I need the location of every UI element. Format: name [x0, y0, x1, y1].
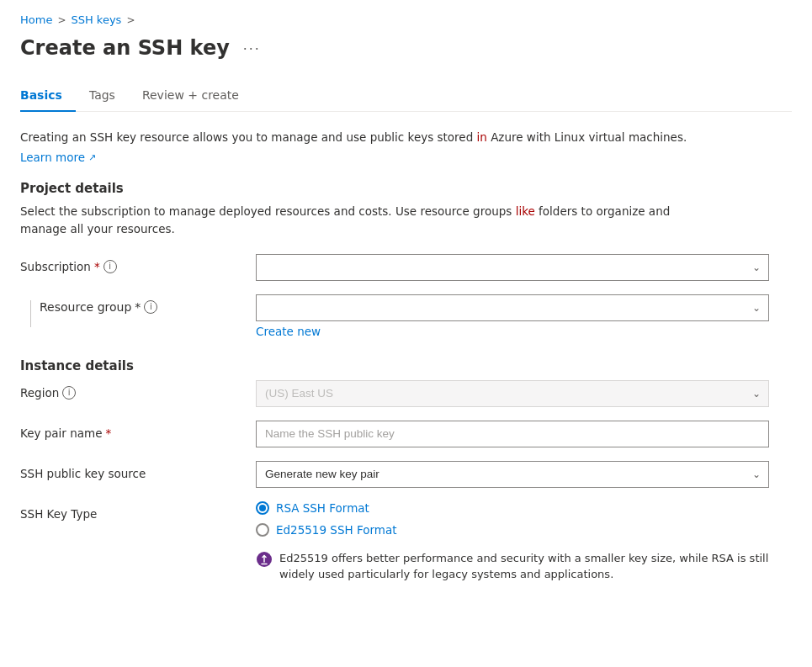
- key-pair-name-control: [256, 421, 769, 447]
- ssh-public-key-source-label: SSH public key source: [20, 461, 256, 480]
- tab-bar: Basics Tags Review + create: [20, 80, 792, 112]
- tab-tags[interactable]: Tags: [76, 80, 129, 112]
- radio-rsa-label: RSA SSH Format: [276, 501, 369, 515]
- key-pair-name-group: Key pair name *: [20, 421, 792, 447]
- key-pair-name-required: *: [106, 426, 112, 440]
- ssh-source-select-wrapper: Generate new key pairUse existing key st…: [256, 461, 769, 488]
- breadcrumb-ssh-keys[interactable]: SSH keys: [71, 13, 121, 26]
- ssh-public-key-source-control: Generate new key pairUse existing key st…: [256, 461, 769, 488]
- resource-group-label-text: Resource group: [40, 300, 131, 314]
- page-title: Create an SSH key: [20, 36, 230, 60]
- ssh-key-type-note: Ed25519 offers better performance and se…: [256, 550, 769, 583]
- radio-ed25519-label: Ed25519 SSH Format: [276, 523, 397, 537]
- radio-rsa-circle: [256, 501, 269, 515]
- resource-group-select-wrapper: ⌄: [256, 294, 769, 321]
- resource-group-label: Resource group * i: [40, 300, 157, 314]
- subscription-select-wrapper: ⌄: [256, 254, 769, 281]
- region-info-icon[interactable]: i: [62, 386, 76, 400]
- key-pair-name-input[interactable]: [256, 421, 769, 447]
- region-label-text: Region: [20, 386, 59, 400]
- ssh-key-type-radio-group: RSA SSH Format Ed25519 SSH Format: [256, 501, 769, 583]
- region-label: Region i: [20, 380, 256, 400]
- ssh-public-key-source-label-text: SSH public key source: [20, 467, 146, 480]
- learn-more-label: Learn more: [20, 151, 85, 164]
- resource-group-group: Resource group * i ⌄ Create new: [20, 294, 792, 338]
- radio-rsa[interactable]: RSA SSH Format: [256, 501, 769, 515]
- breadcrumb: Home > SSH keys >: [20, 13, 792, 26]
- project-details-title: Project details: [20, 181, 792, 196]
- key-pair-name-label-text: Key pair name: [20, 426, 103, 440]
- tab-review-create[interactable]: Review + create: [129, 80, 252, 112]
- subscription-label: Subscription * i: [20, 254, 256, 273]
- resource-group-label-container: Resource group * i: [20, 294, 256, 327]
- breadcrumb-sep1: >: [57, 14, 66, 26]
- highlight-like: like: [516, 204, 535, 218]
- ssh-key-type-control: RSA SSH Format Ed25519 SSH Format: [256, 501, 769, 583]
- ssh-public-key-source-group: SSH public key source Generate new key p…: [20, 461, 792, 488]
- breadcrumb-sep2: >: [126, 14, 135, 26]
- ssh-key-type-group: SSH Key Type RSA SSH Format Ed25519 SSH …: [20, 501, 792, 583]
- subscription-required: *: [94, 260, 100, 273]
- learn-more-link[interactable]: Learn more ↗: [20, 151, 96, 164]
- ssh-key-type-note-text: Ed25519 offers better performance and se…: [279, 550, 769, 583]
- resource-group-required: *: [135, 300, 141, 314]
- subscription-select[interactable]: [256, 254, 769, 281]
- subscription-control: ⌄: [256, 254, 769, 281]
- subscription-info-icon[interactable]: i: [103, 260, 117, 273]
- breadcrumb-home[interactable]: Home: [20, 13, 52, 26]
- region-group: Region i (US) East US ⌄: [20, 380, 792, 407]
- region-control: (US) East US ⌄: [256, 380, 769, 407]
- instance-details-title: Instance details: [20, 358, 792, 373]
- key-pair-name-label: Key pair name *: [20, 421, 256, 440]
- tab-basics[interactable]: Basics: [20, 80, 76, 112]
- radio-ed25519[interactable]: Ed25519 SSH Format: [256, 523, 769, 537]
- indent-bar: [30, 300, 31, 327]
- ssh-source-select[interactable]: Generate new key pairUse existing key st…: [256, 461, 769, 488]
- resource-group-select[interactable]: [256, 294, 769, 321]
- create-new-link[interactable]: Create new: [256, 325, 321, 338]
- ssh-key-type-label-text: SSH Key Type: [20, 507, 97, 521]
- ssh-key-type-label: SSH Key Type: [20, 501, 256, 521]
- resource-group-control: ⌄ Create new: [256, 294, 769, 338]
- basics-description: Creating an SSH key resource allows you …: [20, 129, 710, 146]
- external-link-icon: ↗: [88, 152, 96, 163]
- note-icon: [256, 551, 273, 568]
- highlight-in: in: [477, 130, 487, 144]
- project-details-description: Select the subscription to manage deploy…: [20, 203, 710, 237]
- radio-rsa-dot: [259, 505, 266, 511]
- radio-ed25519-circle: [256, 523, 269, 537]
- ellipsis-button[interactable]: ···: [238, 38, 266, 59]
- region-select[interactable]: (US) East US: [256, 380, 769, 407]
- region-select-wrapper: (US) East US ⌄: [256, 380, 769, 407]
- resource-group-info-icon[interactable]: i: [144, 300, 157, 314]
- subscription-label-text: Subscription: [20, 260, 91, 273]
- subscription-group: Subscription * i ⌄: [20, 254, 792, 281]
